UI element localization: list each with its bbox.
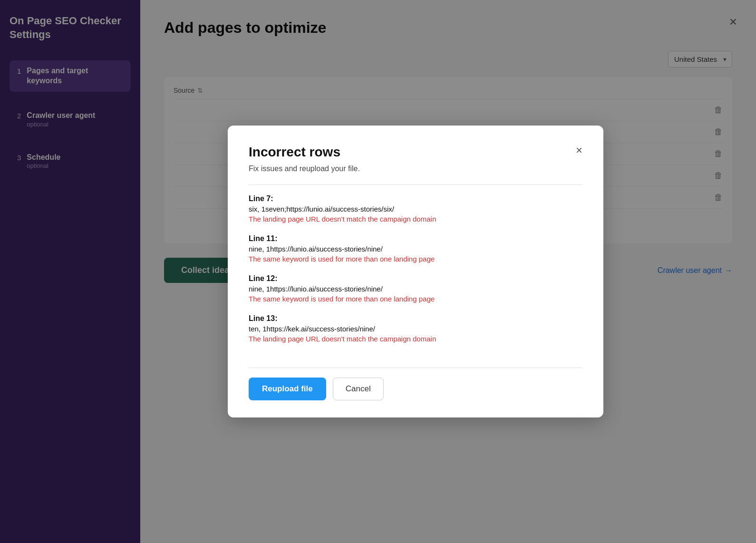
error-block-4: Line 13: ten, 1https://kek.ai/success-st…	[249, 314, 579, 343]
modal-incorrect-rows: Incorrect rows × Fix issues and reupload…	[228, 126, 603, 417]
modal-subtitle: Fix issues and reupload your file.	[249, 165, 582, 173]
error-message-2: The same keyword is used for more than o…	[249, 255, 579, 263]
error-line-label-2: Line 11:	[249, 234, 579, 243]
error-line-label-4: Line 13:	[249, 314, 579, 323]
error-data-3: nine, 1https://lunio.ai/success-stories/…	[249, 285, 579, 293]
modal-header: Incorrect rows ×	[249, 145, 582, 160]
error-line-label-3: Line 12:	[249, 274, 579, 283]
error-message-3: The same keyword is used for more than o…	[249, 295, 579, 303]
error-block-1: Line 7: six, 1seven;https://lunio.ai/suc…	[249, 194, 579, 223]
error-message-4: The landing page URL doesn't match the c…	[249, 335, 579, 343]
modal-footer: Reupload file Cancel	[249, 368, 582, 400]
error-data-4: ten, 1https://kek.ai/success-stories/nin…	[249, 325, 579, 333]
modal-top-divider	[249, 184, 582, 185]
error-block-2: Line 11: nine, 1https://lunio.ai/success…	[249, 234, 579, 263]
error-message-1: The landing page URL doesn't match the c…	[249, 215, 579, 223]
cancel-button[interactable]: Cancel	[333, 378, 384, 400]
modal-close-button[interactable]: ×	[576, 145, 582, 156]
modal-title: Incorrect rows	[249, 145, 340, 160]
error-data-1: six, 1seven;https://lunio.ai/success-sto…	[249, 205, 579, 213]
error-block-3: Line 12: nine, 1https://lunio.ai/success…	[249, 274, 579, 303]
error-data-2: nine, 1https://lunio.ai/success-stories/…	[249, 245, 579, 253]
error-line-label-1: Line 7:	[249, 194, 579, 203]
reupload-file-button[interactable]: Reupload file	[249, 378, 326, 400]
modal-body: Line 7: six, 1seven;https://lunio.ai/suc…	[249, 194, 582, 354]
